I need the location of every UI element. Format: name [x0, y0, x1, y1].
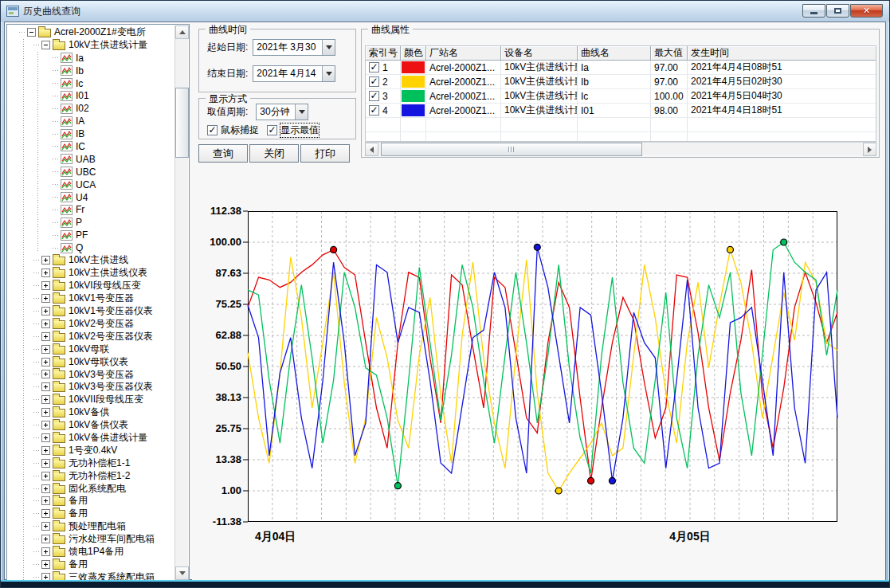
tree-item-folder[interactable]: 10kV备供仪表	[8, 419, 174, 432]
expand-icon[interactable]	[41, 522, 50, 531]
column-header[interactable]: 颜色	[401, 46, 426, 61]
tree-item-folder[interactable]: 10kV主供进线	[8, 254, 174, 267]
scroll-right-button[interactable]	[863, 143, 876, 156]
expand-icon[interactable]	[41, 382, 50, 391]
tree-item-curve[interactable]: Ia	[8, 52, 174, 65]
expand-icon[interactable]	[41, 307, 50, 316]
tree-item-curve[interactable]: IB	[8, 127, 174, 140]
close-button[interactable]: ✕	[850, 4, 883, 18]
expand-icon[interactable]	[41, 496, 50, 505]
tree-item-folder[interactable]: 无功补偿柜1-2	[8, 469, 174, 482]
expand-icon[interactable]	[41, 421, 50, 429]
collapse-icon[interactable]	[27, 28, 36, 37]
expand-icon[interactable]	[41, 269, 50, 277]
tree-item-folder[interactable]: 预处理配电箱	[8, 520, 174, 533]
tree-item-curve[interactable]: Q	[8, 241, 174, 254]
start-date-combobox[interactable]: 2021年 3月30	[253, 39, 335, 56]
scroll-up-button[interactable]	[175, 25, 189, 39]
tree-item-folder[interactable]: 污水处理车间配电箱	[8, 533, 174, 546]
minimize-button[interactable]	[802, 4, 825, 18]
expand-icon[interactable]	[41, 433, 50, 442]
chevron-down-icon[interactable]	[322, 40, 335, 55]
expand-icon[interactable]	[41, 547, 50, 556]
expand-icon[interactable]	[41, 294, 50, 303]
tree-item-folder[interactable]: 10kV2号变压器	[8, 317, 174, 330]
show-extremes-checkbox[interactable]: ✓	[267, 125, 277, 135]
tree-item-curve[interactable]: Ib	[8, 65, 174, 77]
mouse-capture-checkbox[interactable]: ✓	[207, 125, 218, 135]
query-button[interactable]: 查询	[198, 144, 248, 163]
chevron-down-icon[interactable]	[322, 66, 335, 81]
tree-item-curve[interactable]: P	[8, 216, 174, 229]
row-checkbox[interactable]: ✓	[369, 105, 379, 116]
table-row[interactable]: ✓2Acrel-2000Z1...10kV主供进线计量Ib97.002021年4…	[366, 75, 876, 89]
tree-item-folder[interactable]: 10kVI段母线压变	[8, 280, 174, 292]
tree-scrollbar[interactable]	[174, 25, 188, 580]
tree-item-folder[interactable]: 10kVII段母线压变	[8, 394, 174, 406]
tree-item-folder[interactable]: 备用	[8, 558, 174, 570]
column-header[interactable]: 最大值	[651, 46, 688, 61]
tree-item-folder[interactable]: 10kV备供	[8, 406, 174, 419]
expand-icon[interactable]	[41, 560, 50, 569]
table-hscrollbar-thumb[interactable]	[381, 143, 642, 156]
table-hscrollbar[interactable]	[365, 142, 876, 155]
expand-icon[interactable]	[41, 459, 50, 468]
expand-icon[interactable]	[41, 535, 50, 543]
expand-icon[interactable]	[41, 332, 50, 341]
tree-item-curve[interactable]: UBC	[8, 166, 174, 178]
print-button[interactable]: 打印	[300, 144, 350, 163]
tree-item-curve[interactable]: UCA	[8, 178, 174, 191]
tree-item-root[interactable]: Acrel-2000Z1#变电所	[8, 26, 174, 39]
expand-icon[interactable]	[41, 472, 50, 480]
tree-scrollbar-thumb[interactable]	[175, 88, 189, 158]
tree-item-folder[interactable]: 10kV3号变压器	[8, 368, 174, 381]
tree-item-folder[interactable]: 10kV3号变压器仪表	[8, 381, 174, 394]
tree-item-curve[interactable]: I01	[8, 89, 174, 102]
table-row[interactable]: ✓4Acrel-2000Z1...10kV主供进线计量I0198.002021年…	[366, 104, 876, 118]
expand-icon[interactable]	[41, 370, 50, 378]
row-checkbox[interactable]: ✓	[369, 91, 379, 101]
tree-item-curve[interactable]: Fr	[8, 203, 174, 216]
tree-item-curve[interactable]: U4	[8, 191, 174, 204]
chevron-down-icon[interactable]	[295, 104, 308, 120]
collapse-icon[interactable]	[41, 41, 50, 49]
column-header[interactable]: 设备名	[501, 46, 578, 61]
tree-item-folder[interactable]: 10kV2号变压器仪表	[8, 330, 174, 343]
tree-item-curve[interactable]: UAB	[8, 153, 174, 166]
tree-item-folder[interactable]: 三效蒸发系统配电箱	[8, 570, 174, 580]
expand-icon[interactable]	[41, 281, 50, 290]
row-checkbox[interactable]: ✓	[369, 76, 379, 87]
expand-icon[interactable]	[41, 345, 50, 354]
mouse-capture-label[interactable]: 鼠标捕捉	[221, 123, 259, 137]
tree-item-folder[interactable]: 无功补偿柜1-1	[8, 457, 174, 469]
show-extremes-label[interactable]: 显示最值	[280, 123, 319, 137]
tree-item-folder[interactable]: 10kV主供进线仪表	[8, 267, 174, 280]
expand-icon[interactable]	[41, 484, 50, 493]
expand-icon[interactable]	[41, 395, 50, 404]
expand-icon[interactable]	[41, 509, 50, 518]
expand-icon[interactable]	[41, 256, 50, 265]
expand-icon[interactable]	[41, 319, 50, 328]
restore-button[interactable]	[826, 4, 849, 18]
period-combobox[interactable]: 30分钟	[256, 104, 308, 120]
tree-item-curve[interactable]: IC	[8, 140, 174, 153]
tree-item-folder[interactable]: 10kV母联	[8, 343, 174, 355]
scroll-down-button[interactable]	[175, 566, 189, 580]
tree-item-folder[interactable]: 10kV1号变压器仪表	[8, 305, 174, 318]
tree-item-folder[interactable]: 1号变0.4kV	[8, 444, 174, 457]
tree-item-curve[interactable]: PF	[8, 229, 174, 241]
scroll-left-button[interactable]	[365, 143, 378, 156]
tree-item-folder[interactable]: 10kV1号变压器	[8, 292, 174, 305]
table-row[interactable]: ✓3Acrel-2000Z1...10kV主供进线计量Ic100.002021年…	[366, 89, 876, 104]
tree-item-folder[interactable]: 备用	[8, 495, 174, 508]
expand-icon[interactable]	[41, 408, 50, 417]
tree-item-group[interactable]: 10kV主供进线计量	[8, 39, 174, 52]
end-date-combobox[interactable]: 2021年 4月14	[253, 65, 335, 82]
tree-item-folder[interactable]: 固化系统配电	[8, 482, 174, 495]
close-dialog-button[interactable]: 关闭	[249, 144, 299, 163]
tree-item-curve[interactable]: IA	[8, 115, 174, 127]
tree-item-folder[interactable]: 馈电1P4备用	[8, 546, 174, 559]
row-checkbox[interactable]: ✓	[369, 62, 379, 73]
tree-item-curve[interactable]: Ic	[8, 77, 174, 90]
expand-icon[interactable]	[41, 446, 50, 455]
